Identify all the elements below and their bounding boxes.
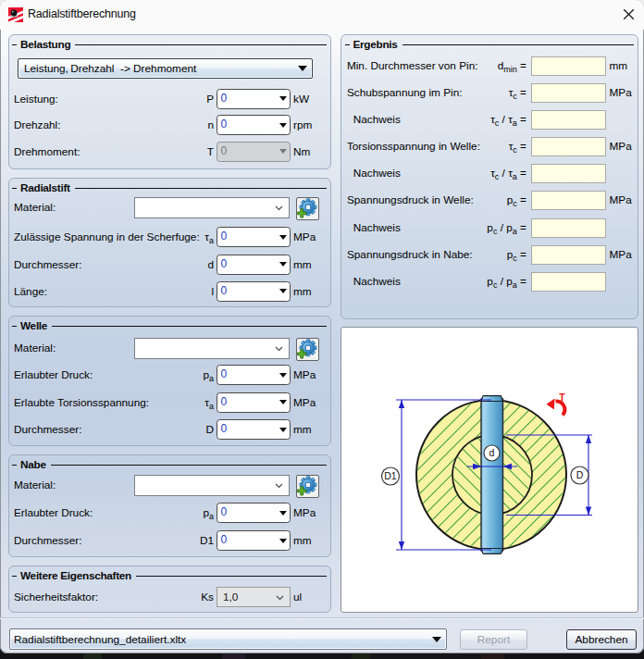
svg-text:T: T [559,392,565,403]
svg-text:D: D [576,469,584,480]
svg-text:d: d [489,447,495,458]
svg-text:D1: D1 [384,470,397,481]
